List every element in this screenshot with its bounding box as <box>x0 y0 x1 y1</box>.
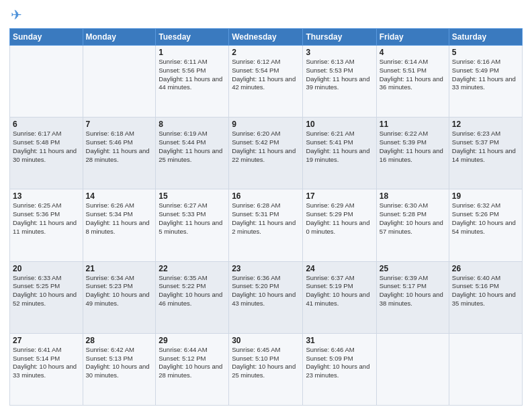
calendar-cell: 5Sunrise: 6:16 AMSunset: 5:49 PMDaylight… <box>449 46 522 118</box>
day-number: 24 <box>306 264 373 273</box>
weekday-header-wednesday: Wednesday <box>229 29 303 46</box>
calendar-cell: 9Sunrise: 6:20 AMSunset: 5:42 PMDaylight… <box>229 118 303 189</box>
weekday-header-saturday: Saturday <box>449 29 522 46</box>
day-number: 2 <box>232 48 300 57</box>
calendar-cell: 22Sunrise: 6:35 AMSunset: 5:22 PMDayligh… <box>156 261 229 333</box>
header: ✈ <box>9 7 523 23</box>
day-number: 1 <box>159 48 226 57</box>
day-info: Sunrise: 6:41 AMSunset: 5:14 PMDaylight:… <box>13 346 80 380</box>
logo-area: ✈ <box>9 7 24 23</box>
weekday-header-monday: Monday <box>83 29 156 46</box>
week-row-3: 13Sunrise: 6:25 AMSunset: 5:36 PMDayligh… <box>10 189 523 261</box>
day-info: Sunrise: 6:18 AMSunset: 5:46 PMDaylight:… <box>86 130 153 164</box>
calendar-cell: 20Sunrise: 6:33 AMSunset: 5:25 PMDayligh… <box>10 261 83 333</box>
calendar-cell: 15Sunrise: 6:27 AMSunset: 5:33 PMDayligh… <box>156 189 229 261</box>
day-info: Sunrise: 6:42 AMSunset: 5:13 PMDaylight:… <box>86 346 153 380</box>
day-info: Sunrise: 6:23 AMSunset: 5:37 PMDaylight:… <box>452 130 519 164</box>
logo: ✈ <box>9 7 24 23</box>
weekday-header-thursday: Thursday <box>303 29 376 46</box>
calendar-cell <box>10 46 83 118</box>
day-info: Sunrise: 6:17 AMSunset: 5:48 PMDaylight:… <box>13 130 80 164</box>
day-info: Sunrise: 6:22 AMSunset: 5:39 PMDaylight:… <box>380 130 446 164</box>
day-number: 10 <box>306 120 373 129</box>
calendar-cell: 6Sunrise: 6:17 AMSunset: 5:48 PMDaylight… <box>10 118 83 189</box>
day-number: 13 <box>13 191 80 201</box>
day-info: Sunrise: 6:26 AMSunset: 5:34 PMDaylight:… <box>86 201 153 236</box>
day-info: Sunrise: 6:12 AMSunset: 5:54 PMDaylight:… <box>232 58 300 92</box>
calendar-cell: 27Sunrise: 6:41 AMSunset: 5:14 PMDayligh… <box>10 333 83 405</box>
calendar-cell: 1Sunrise: 6:11 AMSunset: 5:56 PMDaylight… <box>156 46 229 118</box>
logo-bird-icon: ✈ <box>11 7 22 23</box>
day-number: 7 <box>86 120 153 129</box>
day-info: Sunrise: 6:37 AMSunset: 5:19 PMDaylight:… <box>306 274 373 308</box>
day-number: 17 <box>306 191 373 201</box>
day-number: 31 <box>306 336 373 345</box>
calendar-cell: 21Sunrise: 6:34 AMSunset: 5:23 PMDayligh… <box>83 261 156 333</box>
calendar-cell: 7Sunrise: 6:18 AMSunset: 5:46 PMDaylight… <box>83 118 156 189</box>
day-info: Sunrise: 6:19 AMSunset: 5:44 PMDaylight:… <box>159 130 226 164</box>
calendar-cell: 19Sunrise: 6:32 AMSunset: 5:26 PMDayligh… <box>449 189 522 261</box>
day-number: 22 <box>159 264 226 273</box>
calendar-cell: 3Sunrise: 6:13 AMSunset: 5:53 PMDaylight… <box>303 46 376 118</box>
calendar-cell: 24Sunrise: 6:37 AMSunset: 5:19 PMDayligh… <box>303 261 376 333</box>
day-number: 11 <box>380 120 446 129</box>
calendar-cell <box>376 333 449 405</box>
calendar-cell: 13Sunrise: 6:25 AMSunset: 5:36 PMDayligh… <box>10 189 83 261</box>
day-number: 30 <box>232 336 300 345</box>
week-row-4: 20Sunrise: 6:33 AMSunset: 5:25 PMDayligh… <box>10 261 523 333</box>
calendar-cell: 2Sunrise: 6:12 AMSunset: 5:54 PMDaylight… <box>229 46 303 118</box>
day-info: Sunrise: 6:35 AMSunset: 5:22 PMDaylight:… <box>159 274 226 308</box>
calendar-cell: 14Sunrise: 6:26 AMSunset: 5:34 PMDayligh… <box>83 189 156 261</box>
calendar-cell: 4Sunrise: 6:14 AMSunset: 5:51 PMDaylight… <box>376 46 449 118</box>
day-info: Sunrise: 6:45 AMSunset: 5:10 PMDaylight:… <box>232 346 300 380</box>
day-number: 26 <box>452 264 519 273</box>
day-number: 29 <box>159 336 226 345</box>
calendar-cell: 26Sunrise: 6:40 AMSunset: 5:16 PMDayligh… <box>449 261 522 333</box>
day-number: 12 <box>452 120 519 129</box>
day-number: 25 <box>380 264 446 273</box>
day-info: Sunrise: 6:21 AMSunset: 5:41 PMDaylight:… <box>306 130 373 164</box>
day-info: Sunrise: 6:44 AMSunset: 5:12 PMDaylight:… <box>159 346 226 380</box>
calendar-cell: 25Sunrise: 6:39 AMSunset: 5:17 PMDayligh… <box>376 261 449 333</box>
day-number: 6 <box>13 120 80 129</box>
calendar-cell: 18Sunrise: 6:30 AMSunset: 5:28 PMDayligh… <box>376 189 449 261</box>
day-info: Sunrise: 6:30 AMSunset: 5:28 PMDaylight:… <box>380 201 446 236</box>
day-info: Sunrise: 6:20 AMSunset: 5:42 PMDaylight:… <box>232 130 300 164</box>
weekday-header-tuesday: Tuesday <box>156 29 229 46</box>
day-number: 28 <box>86 336 153 345</box>
day-number: 4 <box>380 48 446 57</box>
calendar-cell: 23Sunrise: 6:36 AMSunset: 5:20 PMDayligh… <box>229 261 303 333</box>
day-number: 3 <box>306 48 373 57</box>
calendar-cell: 12Sunrise: 6:23 AMSunset: 5:37 PMDayligh… <box>449 118 522 189</box>
calendar-cell: 31Sunrise: 6:46 AMSunset: 5:09 PMDayligh… <box>303 333 376 405</box>
day-number: 16 <box>232 191 300 201</box>
calendar-cell: 11Sunrise: 6:22 AMSunset: 5:39 PMDayligh… <box>376 118 449 189</box>
day-number: 27 <box>13 336 80 345</box>
day-number: 15 <box>159 191 226 201</box>
day-info: Sunrise: 6:16 AMSunset: 5:49 PMDaylight:… <box>452 58 519 92</box>
day-number: 18 <box>380 191 446 201</box>
day-info: Sunrise: 6:27 AMSunset: 5:33 PMDaylight:… <box>159 201 226 236</box>
day-info: Sunrise: 6:11 AMSunset: 5:56 PMDaylight:… <box>159 58 226 92</box>
day-info: Sunrise: 6:34 AMSunset: 5:23 PMDaylight:… <box>86 274 153 308</box>
day-number: 21 <box>86 264 153 273</box>
day-info: Sunrise: 6:28 AMSunset: 5:31 PMDaylight:… <box>232 201 300 236</box>
calendar-table: SundayMondayTuesdayWednesdayThursdayFrid… <box>9 28 523 406</box>
day-info: Sunrise: 6:33 AMSunset: 5:25 PMDaylight:… <box>13 274 80 308</box>
week-row-5: 27Sunrise: 6:41 AMSunset: 5:14 PMDayligh… <box>10 333 523 405</box>
page: ✈ SundayMondayTuesdayWednesdayThursdayFr… <box>0 0 532 411</box>
calendar-cell: 30Sunrise: 6:45 AMSunset: 5:10 PMDayligh… <box>229 333 303 405</box>
weekday-header-friday: Friday <box>376 29 449 46</box>
day-info: Sunrise: 6:46 AMSunset: 5:09 PMDaylight:… <box>306 346 373 380</box>
day-info: Sunrise: 6:39 AMSunset: 5:17 PMDaylight:… <box>380 274 446 308</box>
day-info: Sunrise: 6:29 AMSunset: 5:29 PMDaylight:… <box>306 201 373 236</box>
calendar-cell: 8Sunrise: 6:19 AMSunset: 5:44 PMDaylight… <box>156 118 229 189</box>
day-number: 23 <box>232 264 300 273</box>
day-number: 8 <box>159 120 226 129</box>
calendar-cell <box>83 46 156 118</box>
calendar-cell: 29Sunrise: 6:44 AMSunset: 5:12 PMDayligh… <box>156 333 229 405</box>
day-number: 14 <box>86 191 153 201</box>
day-info: Sunrise: 6:40 AMSunset: 5:16 PMDaylight:… <box>452 274 519 308</box>
calendar-cell: 16Sunrise: 6:28 AMSunset: 5:31 PMDayligh… <box>229 189 303 261</box>
calendar-cell <box>449 333 522 405</box>
